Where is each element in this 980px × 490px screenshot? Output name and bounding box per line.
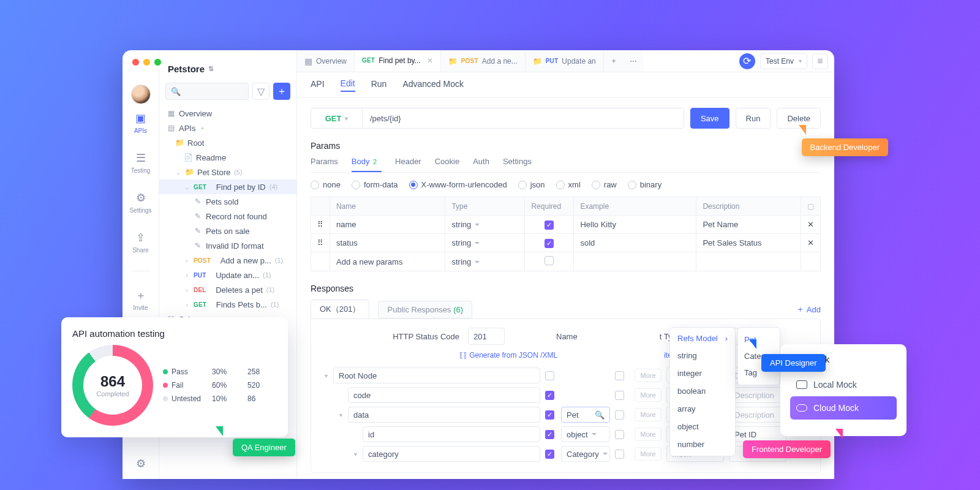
param-name[interactable]: name bbox=[330, 216, 445, 234]
tree-example[interactable]: ✎Pets sold bbox=[159, 194, 296, 209]
tree-readme[interactable]: 📄Readme bbox=[159, 150, 296, 165]
url-input[interactable]: /pets/{id} bbox=[363, 108, 684, 128]
tree-finds[interactable]: ›GET Finds Pets b... (1) bbox=[159, 297, 296, 312]
ptab-body[interactable]: Body 2 bbox=[352, 157, 382, 172]
ptab-settings[interactable]: Settings bbox=[503, 157, 532, 172]
subtab-run[interactable]: Run bbox=[371, 79, 387, 91]
schema-flag-checkbox[interactable] bbox=[615, 410, 624, 420]
schema-type[interactable]: Pet 🔍 bbox=[561, 407, 610, 423]
schema-checkbox[interactable] bbox=[545, 371, 554, 380]
resp-tab-ok[interactable]: OK（201） bbox=[311, 300, 369, 319]
ptab-header[interactable]: Header bbox=[395, 157, 421, 172]
tree-example[interactable]: ✎Pets on sale bbox=[159, 224, 296, 238]
twist-icon[interactable]: ▾ bbox=[337, 412, 344, 418]
schema-flag-checkbox[interactable] bbox=[615, 391, 624, 400]
schema-flag-checkbox[interactable] bbox=[615, 430, 624, 439]
refs-item[interactable]: boolean bbox=[670, 382, 735, 400]
resp-tab-public[interactable]: Public Responses (6) bbox=[378, 301, 472, 318]
schema-checkbox[interactable]: ✓ bbox=[545, 450, 554, 459]
minimize-window-icon[interactable] bbox=[143, 59, 150, 66]
delete-row-icon[interactable]: ✕ bbox=[801, 216, 821, 234]
run-button[interactable]: Run bbox=[736, 108, 771, 129]
schema-checkbox[interactable]: ✓ bbox=[545, 430, 554, 439]
schema-desc[interactable]: Description bbox=[729, 407, 786, 423]
tab-add-blank[interactable]: ＋ bbox=[604, 50, 624, 72]
schema-name-cell[interactable]: code bbox=[320, 387, 540, 403]
tree-example[interactable]: ✎Record not found bbox=[159, 209, 296, 224]
schema-flag-checkbox[interactable] bbox=[615, 371, 624, 380]
generate-link[interactable]: ⟦⟧Generate from JSON /XML bbox=[459, 351, 557, 360]
schema-more[interactable]: More bbox=[635, 369, 662, 382]
local-mock-option[interactable]: Local Mock bbox=[790, 373, 897, 396]
required-checkbox[interactable] bbox=[545, 256, 554, 265]
type-cell[interactable]: string bbox=[445, 252, 525, 271]
encoding-radio[interactable]: X-www-form-urlencoded bbox=[409, 180, 507, 189]
tree-root[interactable]: 📁Root bbox=[159, 135, 296, 150]
rail-invite[interactable]: ＋ Invite bbox=[127, 288, 155, 311]
param-type[interactable]: string bbox=[445, 234, 525, 252]
param-description[interactable]: Pet Name bbox=[696, 216, 801, 234]
encoding-radio[interactable]: raw bbox=[592, 180, 617, 189]
refs-item[interactable]: integer bbox=[670, 364, 735, 382]
refs-sub-item[interactable]: Pet bbox=[738, 331, 780, 348]
refs-item[interactable]: number bbox=[670, 435, 735, 453]
refs-item[interactable]: object bbox=[670, 418, 735, 435]
schema-flag-checkbox[interactable] bbox=[615, 450, 624, 459]
encoding-radio[interactable]: binary bbox=[628, 180, 662, 189]
tab-overview[interactable]: ▦Overview bbox=[297, 50, 355, 72]
ptab-cookie[interactable]: Cookie bbox=[435, 157, 459, 172]
project-switcher[interactable]: Petstore ⇅ bbox=[159, 61, 296, 83]
gear-icon[interactable]: ⚙ bbox=[134, 457, 148, 470]
settings-col-icon[interactable]: ▢ bbox=[807, 202, 814, 211]
required-checkbox[interactable]: ✓ bbox=[545, 221, 554, 230]
schema-more[interactable]: More bbox=[635, 408, 662, 421]
encoding-radio[interactable]: none bbox=[311, 180, 341, 189]
encoding-radio[interactable]: form-data bbox=[352, 180, 398, 189]
tree-find-pet[interactable]: ⌄GET Find pet by ID (4) bbox=[159, 179, 296, 194]
schema-name-cell[interactable]: ▾data bbox=[320, 407, 540, 423]
tab-add-new[interactable]: 📁POSTAdd a ne... bbox=[441, 50, 526, 72]
param-row-add[interactable]: Add a new params string bbox=[311, 252, 821, 271]
ptab-auth[interactable]: Auth bbox=[473, 157, 489, 172]
encoding-radio[interactable]: xml bbox=[556, 180, 581, 189]
tree-petstore[interactable]: ⌄📁Pet Store (5) bbox=[159, 165, 296, 179]
subtab-edit[interactable]: Edit bbox=[341, 78, 355, 92]
refresh-button[interactable]: ⟳ bbox=[739, 53, 755, 69]
maximize-window-icon[interactable] bbox=[154, 59, 161, 66]
param-type[interactable]: string bbox=[445, 216, 525, 234]
tree-update[interactable]: ›PUT Update an... (1) bbox=[159, 268, 296, 282]
schema-checkbox[interactable]: ✓ bbox=[545, 410, 554, 420]
ptab-params[interactable]: Params bbox=[311, 157, 338, 172]
refs-item[interactable]: string bbox=[670, 347, 735, 364]
schema-more[interactable]: More bbox=[635, 428, 662, 441]
param-example[interactable]: Hello Kitty bbox=[574, 216, 696, 234]
encoding-radio[interactable]: json bbox=[518, 180, 545, 189]
schema-name-cell[interactable]: ▾category bbox=[320, 446, 540, 462]
drag-handle-icon[interactable]: ⠿ bbox=[311, 216, 330, 234]
subtab-api[interactable]: API bbox=[311, 79, 325, 91]
schema-type[interactable]: Category bbox=[561, 446, 610, 462]
add-button[interactable]: ＋ bbox=[273, 83, 290, 100]
schema-more[interactable]: More bbox=[635, 388, 662, 402]
twist-icon[interactable]: ▾ bbox=[352, 451, 359, 458]
schema-checkbox[interactable]: ✓ bbox=[545, 391, 554, 400]
method-selector[interactable]: GET▾ bbox=[311, 108, 363, 128]
rail-settings[interactable]: ⚙ Settings bbox=[127, 191, 155, 214]
rail-share[interactable]: ⇪ Share bbox=[127, 231, 155, 254]
param-example[interactable]: sold bbox=[574, 234, 696, 252]
tab-find-pet[interactable]: GETFind pet by...✕ bbox=[355, 50, 441, 72]
rail-apis[interactable]: ▣ APIs bbox=[127, 111, 155, 134]
sidebar-search[interactable]: 🔍 bbox=[165, 83, 249, 100]
tree-apis[interactable]: ▤APIs• bbox=[159, 121, 296, 135]
schema-name-cell[interactable]: ▾Root Node bbox=[320, 368, 540, 383]
http-code-input[interactable]: 201 bbox=[468, 328, 505, 345]
delete-row-icon[interactable]: ✕ bbox=[801, 234, 821, 252]
param-description[interactable]: Pet Sales Status bbox=[696, 234, 801, 252]
filter-button[interactable]: ▽ bbox=[252, 83, 270, 100]
close-icon[interactable]: ✕ bbox=[427, 56, 433, 65]
twist-icon[interactable]: ▾ bbox=[322, 372, 330, 379]
tree-delete[interactable]: ›DEL Deletes a pet (1) bbox=[159, 282, 296, 297]
close-window-icon[interactable] bbox=[132, 59, 139, 66]
tree-overview[interactable]: ▦Overview bbox=[159, 106, 296, 121]
rail-testing[interactable]: ☰ Testing bbox=[127, 151, 155, 174]
